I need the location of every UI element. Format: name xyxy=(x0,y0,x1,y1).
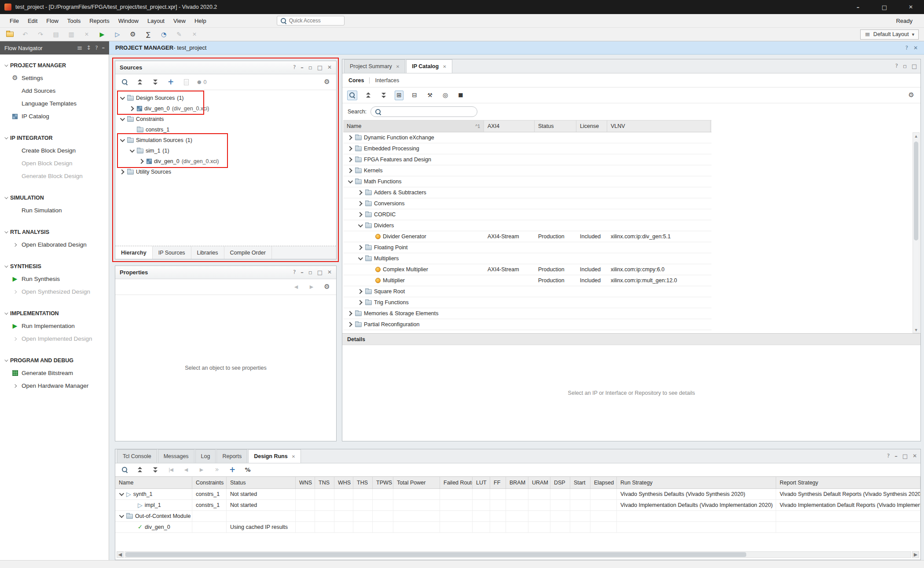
close-icon[interactable] xyxy=(396,64,400,69)
undo-button[interactable] xyxy=(21,29,29,39)
column-header-status[interactable]: Status xyxy=(227,477,296,488)
column-header-total-power[interactable]: Total Power xyxy=(393,477,440,488)
column-header-report-strategy[interactable]: Report Strategy xyxy=(776,477,920,488)
menu-edit[interactable]: Edit xyxy=(23,15,42,26)
maximize-icon[interactable] xyxy=(912,63,917,69)
expander-icon[interactable] xyxy=(357,191,363,194)
expander-icon[interactable] xyxy=(119,138,125,142)
subtab-cores[interactable]: Cores xyxy=(348,77,364,84)
ip-row-cordic[interactable]: CORDIC xyxy=(343,209,711,220)
ip-row-dynamic-function-exchange[interactable]: Dynamic Function eXchange xyxy=(343,132,711,143)
minimize-icon[interactable] xyxy=(301,65,304,71)
menu-view[interactable]: View xyxy=(169,15,190,26)
properties-settings-button[interactable] xyxy=(323,282,331,292)
ip-row-math-functions[interactable]: Math Functions xyxy=(343,176,711,187)
cancel-button[interactable] xyxy=(190,29,199,39)
tab-libraries[interactable]: Libraries xyxy=(191,246,224,259)
menu-icon[interactable] xyxy=(77,45,83,51)
help-icon[interactable] xyxy=(887,453,890,459)
settings-button[interactable] xyxy=(128,29,137,39)
column-header-name[interactable]: Name xyxy=(115,477,192,488)
expander-icon[interactable] xyxy=(357,224,363,227)
tree-item-utility-sources[interactable]: Utility Sources xyxy=(115,167,336,177)
tab-compile-order[interactable]: Compile Order xyxy=(224,246,272,259)
nav-item-run-implementation[interactable]: Run Implementation xyxy=(0,320,109,332)
tab-ip-catalog[interactable]: IP Catalog xyxy=(406,59,452,73)
help-icon[interactable] xyxy=(293,65,296,70)
run-row-synth-1[interactable]: synth_1constrs_1Not startedVivado Synthe… xyxy=(115,489,920,500)
ip-row-kernels[interactable]: Kernels xyxy=(343,165,711,176)
timing-button[interactable] xyxy=(159,29,168,39)
maximize-button[interactable] xyxy=(871,0,898,14)
run-row-div-gen-0[interactable]: div_gen_0Using cached IP results xyxy=(115,522,920,533)
nav-item-open-hardware-manager[interactable]: Open Hardware Manager xyxy=(0,379,109,392)
forward-button[interactable] xyxy=(197,465,206,475)
help-icon[interactable] xyxy=(293,269,296,275)
column-header-run-strategy[interactable]: Run Strategy xyxy=(617,477,776,488)
float-icon[interactable] xyxy=(308,269,312,276)
minimize-icon[interactable] xyxy=(301,269,304,276)
column-header-failed-routes[interactable]: Failed Routes xyxy=(440,477,473,488)
edit-button[interactable] xyxy=(175,29,183,39)
help-icon[interactable] xyxy=(95,45,98,51)
ip-vertical-scrollbar[interactable] xyxy=(913,132,920,333)
ip-row-multipliers[interactable]: Multipliers xyxy=(343,253,711,264)
expander-icon[interactable] xyxy=(119,117,125,121)
nav-item-run-synthesis[interactable]: Run Synthesis xyxy=(0,273,109,285)
scrollbar-track[interactable] xyxy=(125,551,911,558)
forward-button[interactable] xyxy=(307,282,316,292)
collapse-all-button[interactable] xyxy=(136,465,144,475)
ip-row-memories-storage-elements[interactable]: Memories & Storage Elements xyxy=(343,308,711,319)
doc-button[interactable] xyxy=(182,77,191,87)
ip-row-embedded-processing[interactable]: Embedded Processing xyxy=(343,143,711,154)
menu-layout[interactable]: Layout xyxy=(143,15,169,26)
nav-item-open-synthesized-design[interactable]: Open Synthesized Design xyxy=(0,285,109,298)
float-icon[interactable] xyxy=(903,63,907,69)
column-header-uram[interactable]: URAM xyxy=(528,477,550,488)
stop-button[interactable] xyxy=(456,91,465,100)
tab-reports[interactable]: Reports xyxy=(216,449,247,463)
ip-row-complex-multiplier[interactable]: Complex MultiplierAXI4-StreamProductionI… xyxy=(343,264,711,275)
report-button[interactable] xyxy=(144,29,153,39)
help-icon[interactable] xyxy=(906,45,908,51)
run-button[interactable] xyxy=(98,29,106,39)
expander-icon[interactable] xyxy=(347,312,353,315)
nav-item-open-elaborated-design[interactable]: Open Elaborated Design xyxy=(0,238,109,251)
ip-row-multiplier[interactable]: MultiplierProductionIncludedxilinx.com:i… xyxy=(343,275,711,286)
expander-icon[interactable] xyxy=(119,170,125,174)
wrench-button[interactable] xyxy=(425,91,434,100)
ip-settings-button[interactable] xyxy=(907,91,916,100)
ip-row-square-root[interactable]: Square Root xyxy=(343,286,711,297)
sources-settings-button[interactable] xyxy=(323,77,331,87)
expander-icon[interactable] xyxy=(357,246,363,249)
percent-button[interactable] xyxy=(243,465,252,475)
search-button[interactable] xyxy=(120,77,129,87)
column-header-bram[interactable]: BRAM xyxy=(506,477,528,488)
tab-project-summary[interactable]: Project Summary xyxy=(344,59,405,73)
nav-section-header-simulation[interactable]: SIMULATION xyxy=(0,191,109,204)
nav-section-header-synthesis[interactable]: SYNTHESIS xyxy=(0,260,109,273)
close-icon[interactable] xyxy=(443,64,446,69)
menu-tools[interactable]: Tools xyxy=(63,15,85,26)
run-row-impl-1[interactable]: impl_1constrs_1Not startedVivado Impleme… xyxy=(115,500,920,511)
ip-row-divider-generator[interactable]: Divider GeneratorAXI4-StreamProductionIn… xyxy=(343,231,711,242)
collapse-all-button[interactable] xyxy=(364,91,373,100)
column-header-name[interactable]: Name^1 xyxy=(343,120,484,132)
run-row-out-of-context-module-runs[interactable]: Out-of-Context Module Runs xyxy=(115,511,920,522)
hierarchy-button[interactable] xyxy=(410,91,419,100)
quick-access-input[interactable] xyxy=(289,18,341,24)
resize-icon[interactable] xyxy=(86,45,91,51)
nav-item-run-simulation[interactable]: Run Simulation xyxy=(0,204,109,217)
close-icon[interactable] xyxy=(913,45,918,51)
column-header-axi4[interactable]: AXI4 xyxy=(484,120,535,132)
target-button[interactable] xyxy=(441,91,450,100)
close-icon[interactable] xyxy=(913,453,917,459)
menu-window[interactable]: Window xyxy=(114,15,143,26)
ip-row-trig-functions[interactable]: Trig Functions xyxy=(343,297,711,308)
ip-row-fpga-features-and-design[interactable]: FPGA Features and Design xyxy=(343,154,711,165)
step-button[interactable] xyxy=(113,29,122,39)
expander-icon[interactable] xyxy=(138,160,144,163)
menu-help[interactable]: Help xyxy=(190,15,211,26)
close-icon[interactable] xyxy=(327,269,332,275)
expander-icon[interactable] xyxy=(347,136,353,139)
